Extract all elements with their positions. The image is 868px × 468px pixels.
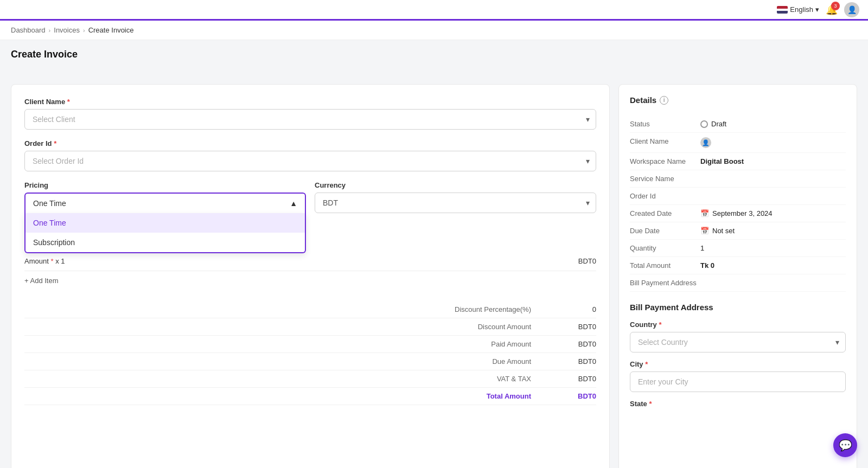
order-id-select[interactable]: Select Order Id [24,151,596,171]
detail-bill-addr-row: Bill Payment Address [630,274,846,292]
city-input[interactable] [630,371,846,392]
detail-status-key: Status [630,120,700,128]
currency-select-wrapper: BDT ▾ [315,193,596,213]
country-label: Country * [630,320,846,329]
bill-section-title: Bill Payment Address [630,303,846,312]
add-item-label: + Add Item [24,277,59,285]
detail-workspace-value: Digital Boost [700,157,744,165]
breadcrumb-dashboard[interactable]: Dashboard [11,26,46,34]
pricing-currency-row: Pricing One Time ▲ One Time Subscription [24,181,596,213]
detail-created-row: Created Date 📅 September 3, 2024 [630,205,846,222]
order-id-label: Order Id * [24,139,596,148]
paid-amt-row: Paid Amount BDT0 [24,336,596,353]
state-group: State * [630,400,846,408]
sidebar: Details i Status Draft Client Name 👤 Wor… [618,84,857,468]
calendar-icon: 📅 [700,209,709,217]
breadcrumb: Dashboard › Invoices › Create Invoice [0,21,868,40]
page-wrapper: Client Name * Select Client ▾ Order Id *… [0,73,868,468]
language-label: English [790,5,813,14]
order-id-placeholder: Select Order Id [33,157,84,165]
chevron-up-icon: ▲ [290,199,297,208]
city-group: City * [630,360,846,392]
status-dot-icon [700,120,708,128]
detail-total-row: Total Amount Tk 0 [630,257,846,274]
currency-label: Currency [315,181,596,189]
page-title: Create Invoice [11,49,857,60]
chevron-down-icon: ▾ [815,5,819,14]
breadcrumb-create-invoice: Create Invoice [88,26,134,34]
detail-order-id-row: Order Id [630,188,846,205]
total-label: Total Amount [423,392,531,400]
main-form: Client Name * Select Client ▾ Order Id *… [11,84,610,468]
amount-row: Amount * x 1 BDT0 [24,252,596,271]
paid-amt-value: BDT0 [553,340,596,348]
pricing-option-subscription[interactable]: Subscription [25,233,305,252]
discount-amt-value: BDT0 [553,323,596,331]
detail-created-key: Created Date [630,209,700,217]
due-amt-value: BDT0 [553,357,596,366]
pricing-dropdown: One Time Subscription [24,213,306,253]
country-select-wrapper: Select Country ▾ [630,332,846,352]
client-name-group: Client Name * Select Client ▾ [24,98,596,130]
currency-select[interactable]: BDT [315,193,596,213]
due-amt-row: Due Amount BDT0 [24,353,596,370]
pricing-selected-value: One Time [33,199,66,208]
discount-pct-row: Discount Percentage(%) 0 [24,301,596,318]
currency-value: BDT [323,198,338,207]
detail-due-row: Due Date 📅 Not set [630,222,846,240]
details-header: Details i [630,95,846,105]
vat-label: VAT & TAX [423,375,531,383]
detail-workspace-key: Workspace Name [630,157,700,165]
client-name-select[interactable]: Select Client [24,109,596,130]
country-group: Country * Select Country ▾ [630,320,846,352]
country-select[interactable]: Select Country [630,332,846,352]
amount-value: BDT0 [578,257,596,265]
detail-quantity-row: Quantity 1 [630,240,846,257]
summary-section: Discount Percentage(%) 0 Discount Amount… [24,301,596,405]
client-name-placeholder: Select Client [33,115,75,124]
detail-service-key: Service Name [630,175,700,183]
breadcrumb-chevron-1: › [49,27,51,34]
add-item-button[interactable]: + Add Item [24,271,59,290]
topbar: English ▾ 🔔 3 👤 [0,0,868,21]
amount-label: Amount * x 1 [24,257,65,265]
user-avatar-button[interactable]: 👤 [844,2,859,17]
pricing-col: Pricing One Time ▲ One Time Subscription [24,181,306,213]
detail-status-value: Draft [700,120,726,128]
chat-button[interactable]: 💬 [833,433,857,457]
detail-total-value: Tk 0 [700,261,714,270]
breadcrumb-invoices[interactable]: Invoices [54,26,80,34]
details-title: Details [630,95,656,105]
detail-client-row: Client Name 👤 [630,133,846,153]
detail-due-value: 📅 Not set [700,227,735,235]
currency-col: Currency BDT ▾ [315,181,596,213]
breadcrumb-chevron-2: › [83,27,85,34]
detail-workspace-row: Workspace Name Digital Boost [630,153,846,170]
discount-amt-label: Discount Amount [423,323,531,331]
person-icon: 👤 [700,137,711,148]
language-selector[interactable]: English ▾ [777,5,819,14]
detail-quantity-value: 1 [700,244,704,252]
pricing-currency-group: Pricing One Time ▲ One Time Subscription [24,181,596,213]
vat-row: VAT & TAX BDT0 [24,370,596,388]
detail-order-id-key: Order Id [630,192,700,200]
detail-service-row: Service Name [630,170,846,188]
discount-pct-label: Discount Percentage(%) [423,305,531,313]
pricing-option-one-time[interactable]: One Time [25,213,305,233]
client-name-select-wrapper: Select Client ▾ [24,109,596,130]
total-row: Total Amount BDT0 [24,388,596,405]
order-id-group: Order Id * Select Order Id ▾ [24,139,596,171]
pricing-label: Pricing [24,181,306,189]
notification-bell-button[interactable]: 🔔 3 [826,4,838,16]
city-label: City * [630,360,846,368]
order-id-select-wrapper: Select Order Id ▾ [24,151,596,171]
total-value: BDT0 [553,392,596,400]
discount-pct-value: 0 [553,305,596,313]
detail-created-value: 📅 September 3, 2024 [700,209,773,217]
detail-bill-addr-key: Bill Payment Address [630,279,700,287]
pricing-select[interactable]: One Time ▲ [24,193,306,213]
state-label: State * [630,400,846,408]
detail-status-row: Status Draft [630,116,846,133]
discount-amt-row: Discount Amount BDT0 [24,318,596,336]
vat-value: BDT0 [553,375,596,383]
